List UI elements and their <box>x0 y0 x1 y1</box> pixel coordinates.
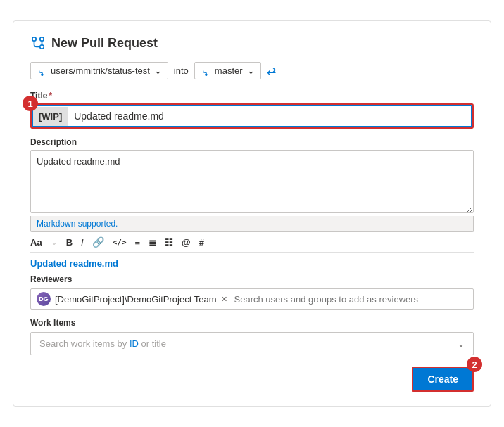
target-branch-chevron: ⌄ <box>247 65 255 76</box>
svg-point-1 <box>40 45 44 49</box>
branch-icon-source <box>37 66 46 76</box>
toolbar-heading[interactable]: # <box>199 237 204 248</box>
reviewer-search-input[interactable] <box>234 294 468 305</box>
work-items-chevron: ⌄ <box>458 339 465 349</box>
reviewers-field[interactable]: DG [DemoGitProject]\DemoGitProject Team … <box>30 288 474 310</box>
branch-row: users/mmitrik/status-test ⌄ into master … <box>30 62 474 79</box>
badge-2: 2 <box>467 357 482 372</box>
toolbar-mention[interactable]: @ <box>182 237 191 248</box>
commits-text: Updated readme.md <box>30 258 474 269</box>
source-branch-selector[interactable]: users/mmitrik/status-test ⌄ <box>30 62 168 79</box>
description-textarea[interactable]: Updated readme.md <box>30 150 474 213</box>
new-pull-request-form: New Pull Request users/mmitrik/status-te… <box>13 20 491 407</box>
target-branch-selector[interactable]: master ⌄ <box>194 62 261 79</box>
form-footer: 2 Create <box>30 367 474 392</box>
title-field-label: Title* <box>30 91 474 101</box>
work-items-search[interactable]: Search work items by ID or title ⌄ <box>30 332 474 355</box>
title-input[interactable] <box>68 106 471 126</box>
work-items-placeholder: Search work items by ID or title <box>39 338 166 349</box>
toolbar-link[interactable]: 🔗 <box>92 236 104 248</box>
badge-1: 1 <box>23 96 38 111</box>
reviewer-remove-button[interactable]: ✕ <box>221 295 227 304</box>
svg-point-0 <box>32 37 37 42</box>
source-branch-label: users/mmitrik/status-test <box>51 65 150 76</box>
reviewer-name: [DemoGitProject]\DemoGitProject Team <box>55 294 217 305</box>
swap-branches-button[interactable]: ⇄ <box>267 64 276 77</box>
source-branch-chevron: ⌄ <box>154 65 162 76</box>
markdown-note: Markdown supported. <box>30 216 474 232</box>
toolbar-italic[interactable]: I <box>81 237 84 248</box>
editor-toolbar: Aa ⌄ B I 🔗 </> ≡ ≣ ☷ @ # <box>30 232 474 253</box>
toolbar-numbered-list[interactable]: ≣ <box>149 237 156 248</box>
target-branch-label: master <box>215 65 243 76</box>
into-label: into <box>174 65 189 76</box>
wip-tag: [WIP] <box>33 107 68 126</box>
description-label: Description <box>30 137 474 147</box>
toolbar-code[interactable]: </> <box>113 238 127 247</box>
page-title: New Pull Request <box>30 35 474 51</box>
work-items-label: Work Items <box>30 318 474 328</box>
create-button[interactable]: Create <box>412 367 474 392</box>
reviewers-label: Reviewers <box>30 274 474 284</box>
pull-request-icon <box>30 35 46 51</box>
svg-point-2 <box>40 37 44 42</box>
branch-icon-target <box>201 66 210 76</box>
toolbar-bullet-list[interactable]: ≡ <box>135 237 141 248</box>
reviewer-avatar: DG <box>37 292 51 306</box>
toolbar-checklist[interactable]: ☷ <box>165 237 173 248</box>
page-title-text: New Pull Request <box>51 36 158 51</box>
toolbar-bold[interactable]: B <box>66 237 73 248</box>
toolbar-font-size[interactable]: Aa <box>30 237 42 248</box>
